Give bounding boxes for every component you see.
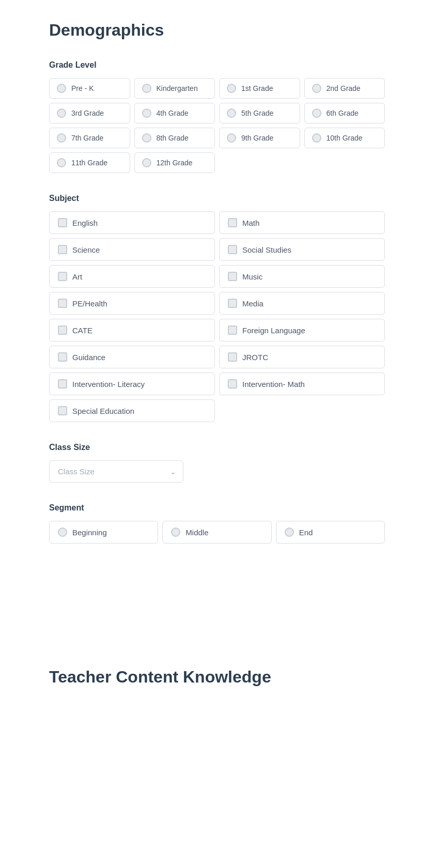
subject-item[interactable]: Art xyxy=(49,265,215,288)
grade-item-label: 9th Grade xyxy=(241,134,273,142)
subject-item-label: Guidance xyxy=(72,353,105,362)
subject-item[interactable]: Guidance xyxy=(49,346,215,368)
subject-item-label: Music xyxy=(242,272,262,281)
bottom-title: Teacher Content Knowledge xyxy=(49,668,385,687)
subject-item-label: Social Studies xyxy=(242,245,291,254)
grade-item[interactable]: 6th Grade xyxy=(304,103,385,123)
checkbox-icon xyxy=(228,272,237,281)
subject-item[interactable]: Foreign Language xyxy=(219,319,385,342)
radio-icon xyxy=(312,84,321,93)
checkbox-icon xyxy=(58,299,67,308)
grade-item-label: Kindergarten xyxy=(157,84,198,92)
grade-item-label: 8th Grade xyxy=(157,134,189,142)
subject-item[interactable]: English xyxy=(49,211,215,234)
radio-icon xyxy=(142,158,151,167)
checkbox-icon xyxy=(58,406,67,415)
grade-item-label: 7th Grade xyxy=(71,134,103,142)
checkbox-icon xyxy=(228,379,237,389)
subject-item[interactable]: Media xyxy=(219,292,385,315)
grade-item[interactable]: 3rd Grade xyxy=(49,103,130,123)
grade-item[interactable]: 12th Grade xyxy=(134,152,215,173)
grade-item[interactable]: 10th Grade xyxy=(304,128,385,148)
checkbox-icon xyxy=(228,245,237,254)
checkbox-icon xyxy=(58,352,67,362)
radio-icon xyxy=(57,84,66,93)
subject-item-label: Intervention- Literacy xyxy=(72,380,145,389)
subject-section: Subject EnglishMathScienceSocial Studies… xyxy=(49,194,385,422)
radio-icon xyxy=(312,109,321,118)
class-size-dropdown-wrapper: Class Size1-1011-2021-3031+ ⌄ xyxy=(49,460,183,483)
subject-item[interactable]: Intervention- Literacy xyxy=(49,373,215,395)
grade-item-label: 3rd Grade xyxy=(71,109,104,117)
subject-item[interactable]: CATE xyxy=(49,319,215,342)
page-title: Demographics xyxy=(49,21,385,40)
checkbox-icon xyxy=(58,272,67,281)
segment-label: Segment xyxy=(49,503,385,513)
subject-item-label: JROTC xyxy=(242,353,268,362)
segment-item[interactable]: End xyxy=(276,521,385,544)
subject-item-label: PE/Health xyxy=(72,299,107,308)
grade-item[interactable]: 2nd Grade xyxy=(304,78,385,99)
subject-item-label: Intervention- Math xyxy=(242,380,305,389)
grade-item[interactable]: 7th Grade xyxy=(49,128,130,148)
checkbox-icon xyxy=(228,299,237,308)
grade-item[interactable]: 5th Grade xyxy=(219,103,300,123)
grade-item[interactable]: 11th Grade xyxy=(49,152,130,173)
grade-item-label: 6th Grade xyxy=(327,109,359,117)
grade-item-label: 2nd Grade xyxy=(327,84,361,92)
grade-item-label: 4th Grade xyxy=(157,109,189,117)
grade-item-label: Pre - K xyxy=(71,84,94,92)
subject-item-label: Media xyxy=(242,299,264,308)
grade-item-label: 5th Grade xyxy=(241,109,273,117)
subject-label: Subject xyxy=(49,194,385,203)
grade-item[interactable]: Kindergarten xyxy=(134,78,215,99)
class-size-label: Class Size xyxy=(49,443,385,452)
radio-icon xyxy=(227,133,236,143)
checkbox-icon xyxy=(228,326,237,335)
subject-item[interactable]: Special Education xyxy=(49,399,215,422)
radio-icon xyxy=(142,133,151,143)
radio-icon xyxy=(57,109,66,118)
radio-icon xyxy=(142,109,151,118)
segment-item[interactable]: Middle xyxy=(162,521,271,544)
subject-item[interactable]: PE/Health xyxy=(49,292,215,315)
bottom-section: Teacher Content Knowledge xyxy=(49,647,385,687)
subject-item-label: Math xyxy=(242,219,259,227)
subject-item[interactable]: Math xyxy=(219,211,385,234)
radio-icon xyxy=(58,528,67,537)
segment-item-label: Middle xyxy=(185,528,208,537)
segment-item[interactable]: Beginning xyxy=(49,521,158,544)
subject-item-label: English xyxy=(72,219,98,227)
radio-icon xyxy=(285,528,294,537)
grade-item[interactable]: 4th Grade xyxy=(134,103,215,123)
checkbox-icon xyxy=(228,352,237,362)
subject-item[interactable]: Science xyxy=(49,238,215,261)
grade-item-label: 1st Grade xyxy=(241,84,273,92)
checkbox-icon xyxy=(58,379,67,389)
grade-level-section: Grade Level Pre - KKindergarten1st Grade… xyxy=(49,60,385,173)
radio-icon xyxy=(142,84,151,93)
grade-item[interactable]: Pre - K xyxy=(49,78,130,99)
subject-item[interactable]: JROTC xyxy=(219,346,385,368)
subject-grid: EnglishMathScienceSocial StudiesArtMusic… xyxy=(49,211,385,422)
radio-icon xyxy=(312,133,321,143)
radio-icon xyxy=(227,109,236,118)
radio-icon xyxy=(57,158,66,167)
subject-item[interactable]: Social Studies xyxy=(219,238,385,261)
subject-item[interactable]: Intervention- Math xyxy=(219,373,385,395)
class-size-select[interactable]: Class Size1-1011-2021-3031+ xyxy=(49,460,183,483)
class-size-section: Class Size Class Size1-1011-2021-3031+ ⌄ xyxy=(49,443,385,483)
grade-item[interactable]: 1st Grade xyxy=(219,78,300,99)
subject-item[interactable]: Music xyxy=(219,265,385,288)
grade-item[interactable]: 8th Grade xyxy=(134,128,215,148)
checkbox-icon xyxy=(228,218,237,227)
subject-item-label: Art xyxy=(72,272,82,281)
radio-icon xyxy=(227,84,236,93)
grade-level-grid: Pre - KKindergarten1st Grade2nd Grade3rd… xyxy=(49,78,385,173)
checkbox-icon xyxy=(58,326,67,335)
grade-item[interactable]: 9th Grade xyxy=(219,128,300,148)
segment-section: Segment BeginningMiddleEnd xyxy=(49,503,385,544)
grade-item-label: 10th Grade xyxy=(327,134,363,142)
subject-item-label: Special Education xyxy=(72,407,134,415)
segment-item-label: End xyxy=(299,528,313,537)
